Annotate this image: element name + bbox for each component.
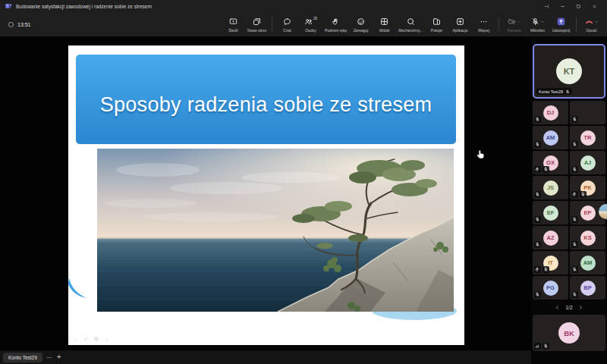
mechanisms-button[interactable]: Mechanizmy...: [396, 14, 425, 34]
participant-tile[interactable]: KS: [570, 226, 605, 249]
new-window-button[interactable]: Nowe okno: [245, 14, 269, 34]
view-icon: [380, 17, 388, 26]
apps-button[interactable]: Aplikacje: [448, 14, 472, 34]
meeting-tab[interactable]: Konto Test29: [3, 353, 42, 362]
follow-icon: [229, 17, 237, 26]
participant-tile[interactable]: [570, 101, 605, 124]
microphone-button[interactable]: Mikrofon: [526, 14, 549, 34]
participant-tile[interactable]: JS: [533, 176, 568, 199]
svg-text:T: T: [6, 5, 8, 8]
slide-decor-swoosh: [68, 278, 86, 300]
teams-meeting-window: T Budowanie satysfakcji zawodowej i radz…: [0, 0, 607, 364]
toolbar-button-label: Więcej: [478, 28, 489, 33]
participant-badges: [571, 191, 587, 198]
mic-off-icon: [571, 216, 578, 223]
apps-icon: [456, 17, 464, 26]
participant-name-pill: Konto Test29: [536, 88, 572, 95]
toolbar-button-label: Nowe okno: [247, 28, 266, 33]
slide-controls: [73, 337, 109, 341]
participant-badges: [571, 291, 578, 298]
minimize-button[interactable]: [555, 0, 571, 12]
dock-button[interactable]: [539, 0, 555, 12]
react-button[interactable]: Zareaguj: [349, 14, 373, 34]
presentation-stage: Sposoby radzenia sobie ze stresem: [0, 36, 531, 350]
participant-avatar: KS: [580, 231, 596, 246]
view-button[interactable]: Widok: [373, 14, 396, 34]
new-window-icon: [253, 17, 261, 26]
toolbar-separator: [498, 17, 499, 31]
new-tab-button[interactable]: +: [55, 353, 63, 361]
chevron-down-icon[interactable]: [540, 20, 545, 24]
hand-icon: [332, 17, 340, 26]
slide-canvas[interactable]: Sposoby radzenia sobie ze stresem: [68, 46, 464, 345]
participant-tile[interactable]: AM: [533, 126, 568, 149]
participant-badges: [534, 266, 549, 273]
mic-off-icon: [534, 141, 541, 148]
window-title: Budowanie satysfakcji zawodowej i radzen…: [16, 4, 152, 9]
grid-view-icon[interactable]: [94, 337, 99, 341]
meeting-time: 13:51: [17, 22, 31, 27]
participant-tile[interactable]: IT: [533, 251, 568, 275]
hand-icon: [534, 166, 541, 173]
participant-tile[interactable]: PG: [533, 276, 568, 300]
toolbar-button-label: Aplikacje: [452, 28, 467, 33]
self-badges: [534, 343, 549, 350]
participant-tile[interactable]: PK: [570, 176, 605, 199]
mic-off-icon: [565, 89, 570, 94]
mic-off-icon: [534, 191, 541, 198]
leave-button[interactable]: Opuść: [580, 14, 603, 34]
pager-count: 1/2: [565, 305, 572, 310]
maximize-button[interactable]: [571, 0, 587, 12]
toolbar-button-label: Śledź: [228, 28, 238, 33]
follow-button[interactable]: Śledź: [222, 14, 245, 34]
participant-tile[interactable]: AM: [570, 251, 605, 275]
participant-avatar: AZ: [543, 231, 558, 246]
mic-off-icon: [543, 343, 549, 350]
pager-next-icon[interactable]: [578, 305, 583, 310]
participant-tile[interactable]: AZ: [533, 226, 568, 249]
toolbar-separator: [272, 17, 272, 31]
chevron-down-icon[interactable]: [517, 20, 521, 24]
participant-avatar: BP: [580, 281, 596, 296]
toolbar-button-label: Pokoje: [431, 28, 442, 33]
window-controls: [539, 0, 602, 12]
slide-title-block: Sposoby radzenia sobie ze stresem: [76, 55, 456, 144]
hand-icon: [534, 266, 541, 273]
toolbar-button-label: Osoby: [305, 28, 316, 33]
network-icon: [534, 343, 541, 350]
camera-button[interactable]: Kamera: [502, 14, 526, 34]
raise-hand-button[interactable]: Podnieś rękę: [322, 14, 349, 34]
next-slide-icon[interactable]: [105, 337, 109, 341]
pager-prev-icon[interactable]: [555, 305, 560, 310]
chat-icon: [283, 17, 291, 26]
meeting-tab-label: Konto Test29: [8, 355, 37, 360]
chat-button[interactable]: Czat: [275, 14, 299, 34]
more-button[interactable]: Więcej: [472, 14, 495, 34]
participant-tile[interactable]: OX: [533, 151, 568, 174]
annotate-icon[interactable]: [83, 337, 88, 341]
toolbar-button-label: Czat: [283, 28, 291, 33]
chevron-down-icon[interactable]: [594, 20, 599, 24]
mouse-cursor: [476, 149, 485, 158]
restore-icon: [576, 4, 581, 9]
slide-photo-tree-on-cliff: [97, 149, 454, 312]
teams-logo-icon: T: [5, 2, 12, 10]
featured-participant-tile[interactable]: KT Konto Test29: [533, 44, 605, 99]
people-button[interactable]: 26Osoby: [299, 14, 322, 34]
participant-avatar: JS: [543, 180, 558, 196]
participant-tile[interactable]: TR: [570, 126, 605, 149]
participant-tile[interactable]: AJ: [570, 151, 605, 174]
rooms-button[interactable]: Pokoje: [425, 14, 448, 34]
share-button[interactable]: Udostępnij: [549, 14, 573, 34]
more-icon: [480, 17, 488, 26]
participant-tile[interactable]: EF: [533, 201, 568, 224]
prev-slide-icon[interactable]: [73, 337, 77, 341]
mic-off-icon: [571, 116, 578, 123]
mic-off-icon: [543, 266, 549, 273]
self-video-tile[interactable]: BK: [533, 315, 605, 351]
participant-tile[interactable]: BP: [570, 276, 605, 300]
close-button[interactable]: [587, 0, 602, 12]
mic-off-icon: [543, 166, 549, 173]
mic-off-icon: [534, 291, 541, 298]
participant-tile[interactable]: DJ: [533, 101, 568, 124]
